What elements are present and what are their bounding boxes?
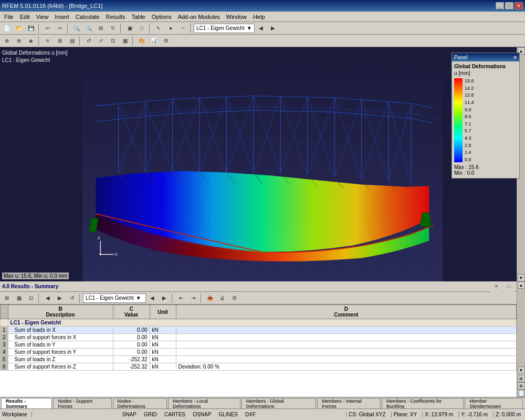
rt-lc-arrow[interactable]: ▼ [136,295,141,301]
tb2-3[interactable]: ◈ [25,36,37,46]
tb2-6[interactable]: ▤ [66,36,78,46]
results-close-btn[interactable]: ✕ [490,281,502,292]
maximize-button[interactable]: □ [505,2,513,9]
cartes-toggle[interactable]: CARTES [162,412,187,417]
rt-3[interactable]: ⊡ [25,293,37,303]
results-table-container[interactable]: BDescription CValue Unit DComment ​LC1 -… [0,304,517,397]
prev-lc[interactable]: ◀ [255,23,267,34]
scale-val-2: 12.8 [465,92,474,98]
tb2-4[interactable]: ≡ [42,36,54,46]
node-btn[interactable]: ● [165,23,176,34]
rotate[interactable]: ↻ [107,23,119,34]
save-btn[interactable]: 💾 [25,23,37,34]
sep7 [79,36,81,46]
legend-panel: Panel ✕ Global Deformations u [mm] 15.6 … [452,52,520,178]
tab-members-local[interactable]: Members - Local Deformations [168,398,240,408]
select-btn[interactable]: ↖ [153,23,164,34]
scale-val-4: 9.9 [465,107,474,112]
menu-calculate[interactable]: Calculate [72,13,103,21]
menu-window[interactable]: Window [223,13,250,21]
tb2-2[interactable]: ⊗ [13,36,25,46]
menu-table[interactable]: Table [128,13,148,21]
sep6 [38,36,40,46]
rt-10[interactable]: ⇥ [187,293,199,303]
zoom-all[interactable]: ⊞ [95,23,107,34]
row-unit: kN [150,349,176,356]
rt-lc-dropdown[interactable]: LC1 - Eigen Gewicht ▼ [83,293,146,303]
menu-options[interactable]: Options [149,13,175,21]
rt-9[interactable]: ⇤ [175,293,187,303]
results-scroll-up[interactable]: ▲ [518,281,525,289]
tb2-7[interactable]: ↺ [83,36,94,46]
row-comment [176,356,516,363]
menu-help[interactable]: Help [250,13,268,21]
rt-7[interactable]: ◀ [146,293,158,303]
menu-edit[interactable]: Edit [17,13,33,21]
bridge-viewport[interactable]: Z X [0,47,525,281]
zoom-out[interactable]: 🔍 [83,23,94,34]
menu-file[interactable]: File [1,13,17,21]
tab-nodes-support[interactable]: Nodes - Support Forces [53,398,111,408]
row-desc: Sum of loads in X [8,327,113,334]
osnap-toggle[interactable]: OSNAP [191,412,213,417]
results-icon-3[interactable]: 📄 [518,390,525,397]
tab-members-internal[interactable]: Members - Internal Forces [317,398,381,408]
row-desc: Sum of support forces in Y [8,349,113,356]
results-icon-1[interactable]: ⊞ [518,375,525,382]
tb2-11[interactable]: 🎨 [136,36,148,46]
row-val: -252.32 [113,363,150,371]
rt-print[interactable]: 🖨 [216,293,228,303]
tb2-5[interactable]: ⊞ [54,36,66,46]
lc-arrow[interactable]: ▼ [247,25,252,31]
results-icon-2[interactable]: ⚙ [518,382,525,390]
tb2-12[interactable]: 📊 [148,36,160,46]
tb2-10[interactable]: ▦ [119,36,131,46]
new-btn[interactable]: 📄 [1,23,13,34]
tb2-8[interactable]: ⤢ [95,36,107,46]
menu-addon[interactable]: Add-on Modules [175,13,223,21]
minimize-button[interactable]: _ [496,2,504,9]
tb2-1[interactable]: ⊕ [1,36,13,46]
menu-results[interactable]: Results [103,13,129,21]
rt-4[interactable]: ◀ [42,293,54,303]
tab-nodes-deform[interactable]: Nodes - Deformations [113,398,167,408]
rt-1[interactable]: ⊞ [1,293,13,303]
row-val: 0.00 [113,327,150,334]
close-button[interactable]: ✕ [514,2,523,9]
panel-header: Panel ✕ [452,53,519,61]
tb2-9[interactable]: ⊡ [107,36,119,46]
rt-6[interactable]: ↺ [66,293,78,303]
rt-8[interactable]: ▶ [159,293,170,303]
undo-btn[interactable]: ↩ [42,23,54,34]
snap-toggle[interactable]: SNAP [120,412,139,417]
zoom-in[interactable]: 🔍 [71,23,82,34]
results-float-btn[interactable]: □ [503,281,514,292]
tb2-13[interactable]: ⚙ [160,36,172,46]
tab-slender[interactable]: Member Slendernesses [465,398,523,408]
redo-btn[interactable]: ↪ [54,23,66,34]
scroll-down-btn[interactable]: ▼ [518,274,525,281]
member-btn[interactable]: ─ [177,23,188,34]
menu-insert[interactable]: Insert [51,13,72,21]
dxf-toggle[interactable]: DXF [243,412,258,417]
tab-members-global[interactable]: Members - Global Deformations [242,398,316,408]
rt-export[interactable]: 📤 [204,293,216,303]
rt-5[interactable]: ▶ [54,293,66,303]
menu-view[interactable]: View [33,13,52,21]
render-btn[interactable]: ▣ [124,23,135,34]
next-lc[interactable]: ▶ [267,23,279,34]
col-c-header: CValue [113,305,150,319]
glines-toggle[interactable]: GLINES [216,412,240,417]
panel-close-icon[interactable]: ✕ [513,55,517,60]
lc-dropdown[interactable]: LC1 - Eigen Gewicht ▼ [194,24,255,33]
tab-members-buckling[interactable]: Members - Coefficients for Buckling [382,398,464,408]
tab-results-summary[interactable]: Results - Summary [1,398,52,408]
rt-2[interactable]: ▦ [13,293,25,303]
results-scroll-down[interactable]: ▼ [518,366,525,374]
cs-label: CS: Global XYZ [346,412,388,417]
grid-toggle[interactable]: GRID [142,412,159,417]
wireframe-btn[interactable]: □ [136,23,148,34]
rt-settings[interactable]: ⚙ [228,293,240,303]
open-btn[interactable]: 📂 [13,23,25,34]
results-scrollbar[interactable]: ▲ ▼ ⊞ ⚙ 📄 [517,281,525,397]
